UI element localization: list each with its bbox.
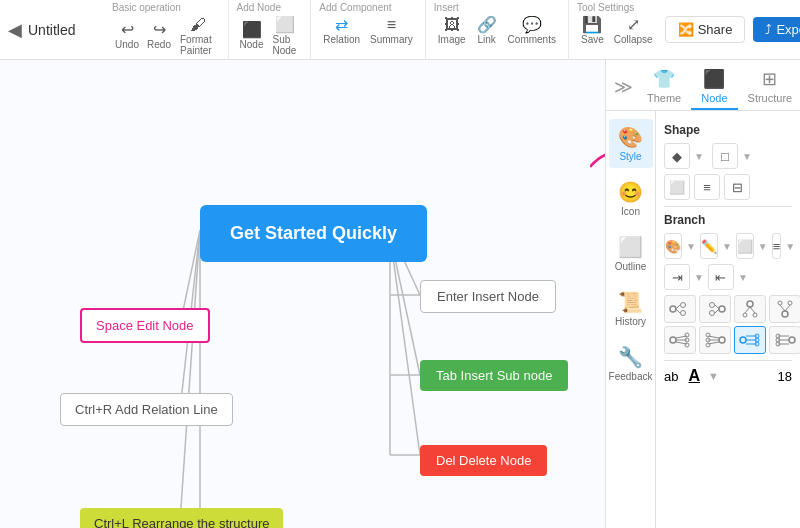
add-node-buttons: ⬛ Node ⬜ Sub Node (237, 15, 303, 58)
shape-dot-2: ▼ (742, 151, 752, 162)
branch-grid-item-8[interactable] (769, 326, 800, 354)
format-painter-button[interactable]: 🖌 Format Painter (176, 15, 220, 58)
branch-rect-btn[interactable]: ⬜ (736, 233, 754, 259)
svg-line-22 (715, 309, 719, 313)
sidebar-style-label: Style (619, 151, 641, 162)
shape-fill-btn[interactable]: ◆ (664, 143, 690, 169)
group-label-tools: Tool Settings (577, 2, 634, 13)
svg-line-6 (180, 230, 200, 522)
sidebar-outline-btn[interactable]: ⬜ Outline (609, 229, 653, 278)
comments-icon: 💬 (522, 17, 542, 33)
branch-indent-btn[interactable]: ⇥ (664, 264, 690, 290)
shape-row-1: ◆ ▼ □ ▼ (664, 143, 792, 169)
branch-dot-5: ▼ (694, 272, 704, 283)
branch-row-2: ⇥ ▼ ⇤ ▼ (664, 264, 792, 290)
branch-grid-item-7[interactable] (734, 326, 766, 354)
sub-node-label: Sub Node (273, 34, 299, 56)
node-space-edit[interactable]: Space Edit Node (80, 308, 210, 343)
style-sidebar: 🎨 Style 😊 Icon ⬜ Outline 📜 History 🔧 (606, 111, 656, 528)
branch-grid-item-5[interactable] (664, 326, 696, 354)
svg-line-2 (390, 235, 420, 455)
back-button[interactable]: ◀ (8, 19, 22, 41)
branch-style-btn[interactable]: ✏️ (700, 233, 718, 259)
tab-theme[interactable]: 👕 Theme (637, 64, 691, 110)
theme-icon: 👕 (653, 68, 675, 90)
link-button[interactable]: 🔗 Link (472, 15, 502, 47)
divider-1 (664, 206, 792, 207)
svg-point-33 (788, 301, 792, 305)
style-icon: 🎨 (618, 125, 643, 149)
font-size-value: 18 (778, 369, 792, 384)
undo-button[interactable]: ↩ Undo (112, 20, 142, 52)
summary-icon: ≡ (387, 17, 396, 33)
shape-dot-1: ▼ (694, 151, 704, 162)
undo-label: Undo (115, 39, 139, 50)
svg-point-28 (753, 313, 757, 317)
group-label-insert: Insert (434, 2, 459, 13)
branch-align-btn[interactable]: ≡ (772, 233, 782, 259)
node-enter-insert[interactable]: Enter Insert Node (420, 280, 556, 313)
sidebar-feedback-btn[interactable]: 🔧 Feedback (609, 339, 653, 388)
share-button[interactable]: 🔀 Share (665, 16, 746, 43)
collapse-icon: ⤢ (627, 17, 640, 33)
branch-dot-4: ▼ (785, 241, 795, 252)
underline-text-icon: A (688, 367, 700, 385)
node-tab-icon: ⬛ (703, 68, 725, 90)
branch-grid-item-1[interactable] (664, 295, 696, 323)
branch-grid-item-2[interactable] (699, 295, 731, 323)
svg-point-18 (681, 311, 686, 316)
summary-button[interactable]: ≡ Summary (366, 15, 417, 47)
panel-content: Shape ◆ ▼ □ ▼ ⬜ ≡ ⊟ Branch (656, 111, 800, 528)
group-label-basic: Basic operation (112, 2, 181, 13)
tab-theme-label: Theme (647, 92, 681, 104)
branch-grid-item-6[interactable] (699, 326, 731, 354)
export-button[interactable]: ⤴ Export (753, 17, 800, 42)
canvas[interactable]: Get Started Quickly Enter Insert Node Ta… (0, 60, 605, 528)
branch-grid-item-4[interactable] (769, 295, 800, 323)
node-ctrl-l[interactable]: Ctrl+L Rearrange the structure (80, 508, 283, 528)
sidebar-icon-btn[interactable]: 😊 Icon (609, 174, 653, 223)
tab-structure[interactable]: ⊞ Structure (738, 64, 800, 110)
svg-point-26 (743, 313, 747, 317)
branch-grid (664, 295, 792, 354)
tool-buttons: 💾 Save ⤢ Collapse (577, 15, 657, 47)
sidebar-history-btn[interactable]: 📜 History (609, 284, 653, 333)
image-button[interactable]: 🖼 Image (434, 15, 470, 47)
font-text-icon: ab (664, 369, 678, 384)
shape-row-2: ⬜ ≡ ⊟ (664, 174, 792, 200)
outline-icon: ⬜ (618, 235, 643, 259)
panel-expand-icon[interactable]: ≫ (614, 76, 633, 98)
svg-point-55 (789, 337, 795, 343)
sub-node-button[interactable]: ⬜ Sub Node (269, 15, 303, 58)
shape-rect-btn[interactable]: ⬜ (664, 174, 690, 200)
center-node[interactable]: Get Started Quickly (200, 205, 427, 262)
panel-tabs: ≫ 👕 Theme ⬛ Node ⊞ Structure (606, 60, 800, 111)
share-label: Share (698, 22, 733, 37)
summary-label: Summary (370, 34, 413, 45)
svg-point-34 (670, 337, 676, 343)
comments-label: Comments (508, 34, 556, 45)
relation-button[interactable]: ⇄ Relation (319, 15, 364, 47)
node-ctrl-r[interactable]: Ctrl+R Add Relation Line (60, 393, 233, 426)
redo-icon: ↪ (153, 22, 166, 38)
shape-lines-btn[interactable]: ≡ (694, 174, 720, 200)
save-button[interactable]: 💾 Save (577, 15, 608, 47)
shape-stroke-btn[interactable]: □ (712, 143, 738, 169)
sidebar-history-label: History (615, 316, 646, 327)
redo-button[interactable]: ↪ Redo (144, 20, 174, 52)
node-button[interactable]: ⬛ Node (237, 20, 267, 52)
tab-node[interactable]: ⬛ Node (691, 64, 737, 110)
sidebar-style-btn[interactable]: 🎨 Style (609, 119, 653, 168)
branch-grid-item-3[interactable] (734, 295, 766, 323)
relation-label: Relation (323, 34, 360, 45)
branch-outdent-btn[interactable]: ⇤ (708, 264, 734, 290)
shape-dashed-btn[interactable]: ⊟ (724, 174, 750, 200)
image-icon: 🖼 (444, 17, 460, 33)
collapse-button[interactable]: ⤢ Collapse (610, 15, 657, 47)
comments-button[interactable]: 💬 Comments (504, 15, 560, 47)
format-painter-icon: 🖌 (190, 17, 206, 33)
node-tab-insert[interactable]: Tab Insert Sub node (420, 360, 568, 391)
node-del-delete[interactable]: Del Delete Node (420, 445, 547, 476)
branch-color-btn[interactable]: 🎨 (664, 233, 682, 259)
share-icon: 🔀 (678, 22, 694, 37)
